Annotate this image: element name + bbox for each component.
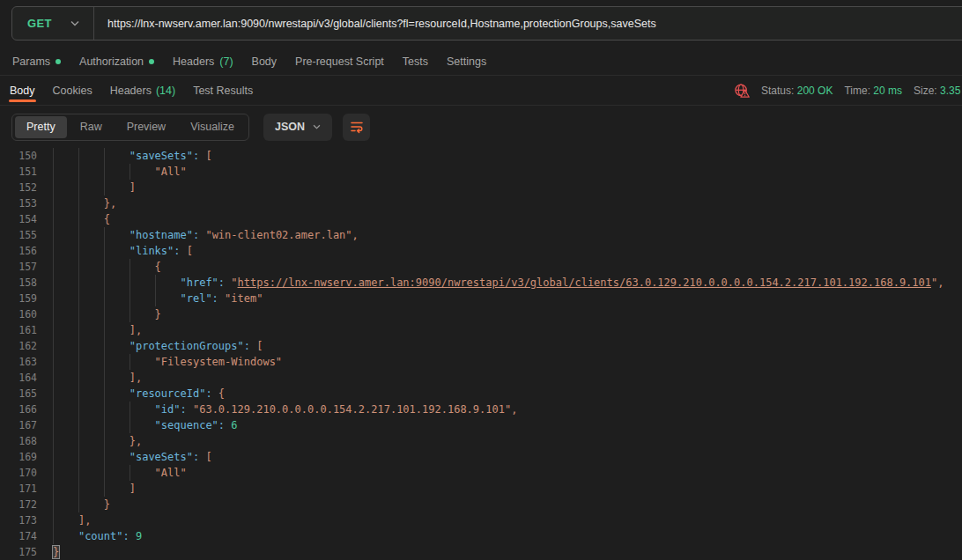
code-line-content: "count": 9 (53, 528, 962, 544)
tab-label: Headers (173, 55, 214, 68)
indent-guide (78, 370, 79, 386)
code-line[interactable]: 158 "href": "https://lnx-nwserv.amer.lan… (0, 275, 962, 291)
indent-guide (78, 227, 79, 243)
code-line[interactable]: 163 "Filesystem-Windows" (0, 354, 962, 370)
indent-guide (53, 402, 54, 417)
code-line[interactable]: 155 "hostname": "win-client02.amer.lan", (0, 227, 962, 243)
indent-guide (53, 148, 54, 164)
url-input-group: GET https://lnx-nwserv.amer.lan:9090/nwr… (11, 6, 962, 41)
tab-headers[interactable]: Headers (7) (173, 55, 233, 68)
indent-guide (104, 417, 105, 433)
indent-guide (78, 402, 79, 417)
tab-settings[interactable]: Settings (447, 55, 486, 68)
code-line[interactable]: 153 }, (0, 195, 962, 211)
indent-guide (53, 370, 54, 386)
code-line[interactable]: 160 } (0, 306, 962, 322)
json-token: { (104, 213, 110, 225)
code-line[interactable]: 164 ], (0, 370, 962, 386)
line-number: 154 (0, 211, 37, 227)
tab-count: (14) (156, 85, 175, 97)
code-line[interactable]: 157 { (0, 259, 962, 275)
json-token: "count": (78, 530, 136, 542)
json-link[interactable]: https://lnx-nwserv.amer.lan:9090/nwresta… (238, 276, 931, 289)
code-line[interactable]: 172 } (0, 497, 962, 512)
code-line[interactable]: 167 "sequence": 6 (0, 417, 962, 433)
code-line[interactable]: 171 ] (0, 481, 962, 497)
code-line[interactable]: 156 "links": [ (0, 243, 962, 259)
code-line-content: }, (53, 433, 962, 449)
indent-guide (53, 195, 54, 211)
view-mode-pretty[interactable]: Pretty (15, 116, 67, 138)
indent-guide (53, 354, 54, 370)
json-token: ] (130, 483, 136, 495)
view-mode-raw[interactable]: Raw (69, 116, 114, 138)
indent-guide (104, 180, 105, 195)
code-line[interactable]: 173 ], (0, 512, 962, 528)
indent-guide (104, 275, 105, 291)
code-line-content: "saveSets": [ (53, 449, 962, 465)
json-token: [ (205, 451, 211, 463)
code-line-content: "All" (53, 465, 962, 481)
indent-guide (130, 275, 130, 291)
code-line[interactable]: 170 "All" (0, 465, 962, 481)
tab-pre-request-script[interactable]: Pre-request Script (295, 55, 384, 68)
code-line[interactable]: 161 ], (0, 322, 962, 338)
json-token: "saveSets": (130, 150, 206, 162)
tab-authorization[interactable]: Authorization (79, 55, 154, 68)
code-line[interactable]: 154 { (0, 211, 962, 227)
tab-label: Body (252, 55, 278, 68)
code-line[interactable]: 162 "protectionGroups": [ (0, 338, 962, 354)
indent-guide (104, 322, 105, 338)
indent-guide (104, 227, 105, 243)
response-meta: Status: 200 OK Time: 20 ms Size: 3.35 KB (734, 76, 962, 105)
code-line[interactable]: 165 "resourceId": { (0, 386, 962, 402)
response-tab-body[interactable]: Body (10, 76, 35, 105)
indent-guide (78, 449, 79, 465)
code-line[interactable]: 174 "count": 9 (0, 528, 962, 544)
indent-guide (130, 465, 130, 481)
code-line[interactable]: 175} (0, 544, 962, 560)
json-token: "Filesystem-Windows" (155, 356, 283, 368)
code-line[interactable]: 169 "saveSets": [ (0, 449, 962, 465)
code-line[interactable]: 150 "saveSets": [ (0, 148, 962, 164)
format-select[interactable]: JSON (263, 114, 332, 141)
code-line-content: }, (53, 195, 962, 211)
indent-guide (104, 433, 105, 449)
json-token: "rel": (181, 292, 226, 305)
response-bar: BodyCookiesHeaders(14)Test Results Statu… (0, 76, 962, 106)
tab-params[interactable]: Params (12, 55, 61, 68)
indent-guide (130, 417, 130, 433)
tab-tests[interactable]: Tests (403, 55, 428, 68)
postman-window: GET https://lnx-nwserv.amer.lan:9090/nwr… (0, 0, 962, 560)
chevron-down-icon[interactable] (70, 20, 79, 26)
text-wrap-icon (350, 120, 364, 134)
tab-body[interactable]: Body (252, 55, 278, 68)
line-number: 167 (0, 417, 37, 433)
code-line-content: { (53, 259, 962, 275)
code-line-content: ], (53, 370, 962, 386)
method-selector[interactable]: GET (12, 17, 70, 30)
code-line[interactable]: 152 ] (0, 180, 962, 195)
code-line-content: "href": "https://lnx-nwserv.amer.lan:909… (53, 275, 962, 291)
indent-guide (78, 291, 79, 306)
indent-guide (104, 481, 105, 497)
request-tabs: ParamsAuthorizationHeaders (7)BodyPre-re… (0, 48, 962, 76)
tab-label: Params (12, 55, 50, 68)
view-mode-visualize[interactable]: Visualize (179, 116, 246, 138)
code-line[interactable]: 159 "rel": "item" (0, 291, 962, 306)
response-tab-headers[interactable]: Headers(14) (110, 76, 175, 105)
indent-guide (78, 148, 79, 164)
url-input[interactable]: https://lnx-nwserv.amer.lan:9090/nwresta… (94, 18, 656, 30)
text-wrap-button[interactable] (343, 114, 370, 141)
response-tab-test-results[interactable]: Test Results (193, 76, 253, 105)
code-line[interactable]: 166 "id": "63.0.129.210.0.0.0.0.154.2.21… (0, 402, 962, 417)
code-line[interactable]: 168 }, (0, 433, 962, 449)
globe-warning-icon[interactable] (734, 83, 750, 99)
view-mode-switcher: PrettyRawPreviewVisualize (11, 114, 249, 141)
indent-guide (130, 291, 130, 306)
view-mode-preview[interactable]: Preview (115, 116, 177, 138)
code-line-content: ], (53, 322, 962, 338)
response-tab-cookies[interactable]: Cookies (53, 76, 92, 105)
code-line[interactable]: 151 "All" (0, 164, 962, 180)
indent-guide (130, 259, 130, 275)
